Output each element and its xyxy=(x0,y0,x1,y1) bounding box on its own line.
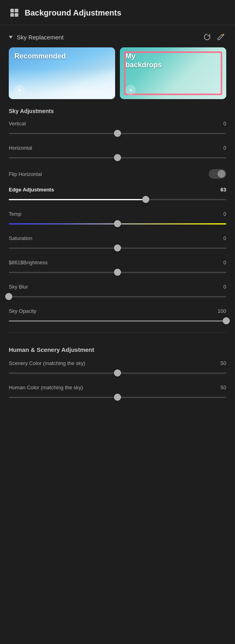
flip-horizontal-row: Flip Horizontal xyxy=(9,169,226,179)
human-color-slider-row: Human Color (matching the sky) 50 xyxy=(9,384,226,401)
brightness-label-row: $861$Brightness 0 xyxy=(9,260,226,265)
edge-track xyxy=(9,196,226,203)
horizontal-label-row: Horizontal 0 xyxy=(9,145,226,151)
human-color-label-row: Human Color (matching the sky) 50 xyxy=(9,384,226,390)
background-adjustments-panel: Background Adjustments Sky Replacement xyxy=(0,0,235,401)
scenery-color-label-row: Scenery Color (matching the sky) 50 xyxy=(9,360,226,366)
section-header-sky: Sky Replacement xyxy=(9,32,226,42)
section-divider xyxy=(9,332,226,333)
flip-horizontal-toggle[interactable] xyxy=(209,169,226,179)
human-scenery-section: Human & Scenery Adjustment Scenery Color… xyxy=(0,339,235,401)
cloud-decoration xyxy=(9,68,115,99)
saturation-track xyxy=(9,244,226,252)
horizontal-label: Horizontal xyxy=(9,145,32,151)
edge-bg xyxy=(9,199,226,200)
saturation-value: 0 xyxy=(223,235,226,241)
vertical-thumb[interactable] xyxy=(114,130,121,137)
vertical-value: 0 xyxy=(223,121,226,127)
temp-label-row: Temp 0 xyxy=(9,211,226,217)
edge-label-row: Edge Adjustments 63 xyxy=(9,187,226,193)
horizontal-slider-row: Horizontal 0 xyxy=(9,145,226,161)
toggle-knob xyxy=(217,170,225,178)
sky-opacity-track xyxy=(9,317,226,324)
chevron-down-icon[interactable] xyxy=(9,36,13,39)
horizontal-track xyxy=(9,154,226,161)
human-color-thumb[interactable] xyxy=(114,394,121,401)
scenery-color-label: Scenery Color (matching the sky) xyxy=(9,360,85,366)
my-backdrops-card[interactable]: Mybackdrops ▾ xyxy=(120,47,226,99)
saturation-slider-row: Saturation 0 xyxy=(9,235,226,252)
my-backdrops-label: Mybackdrops xyxy=(125,52,162,69)
saturation-label-row: Saturation 0 xyxy=(9,235,226,241)
sky-opacity-thumb[interactable] xyxy=(223,317,230,324)
brightness-bg xyxy=(9,272,226,273)
saturation-thumb[interactable] xyxy=(114,244,121,252)
flip-horizontal-label: Flip Horizontal xyxy=(9,171,42,177)
temp-slider-row: Temp 0 xyxy=(9,211,226,227)
edit-button[interactable] xyxy=(215,32,226,42)
my-backdrops-chevron[interactable]: ▾ xyxy=(125,85,136,95)
recommended-card[interactable]: Recommended ▾ xyxy=(9,47,115,99)
reset-button[interactable] xyxy=(202,32,213,42)
svg-rect-2 xyxy=(10,13,14,17)
sky-blur-track xyxy=(9,293,226,300)
sky-opacity-fill xyxy=(9,320,226,322)
brightness-slider-row: $861$Brightness 0 xyxy=(9,260,226,276)
sky-blur-value: 0 xyxy=(223,284,226,290)
icon-btn-group xyxy=(202,32,226,42)
sky-opacity-label-row: Sky Opacity 100 xyxy=(9,308,226,314)
temp-bg xyxy=(9,223,226,224)
brightness-track xyxy=(9,269,226,276)
panel-title: Background Adjustments xyxy=(25,8,121,18)
svg-rect-3 xyxy=(15,13,18,17)
vertical-bg xyxy=(9,133,226,134)
temp-track xyxy=(9,220,226,227)
sky-opacity-bg xyxy=(9,320,226,322)
scenery-color-value: 50 xyxy=(221,360,226,366)
temp-thumb[interactable] xyxy=(114,220,121,227)
section-header-left: Sky Replacement xyxy=(9,34,64,41)
human-color-label: Human Color (matching the sky) xyxy=(9,384,83,390)
sky-blur-thumb[interactable] xyxy=(5,293,12,300)
scenery-color-slider-row: Scenery Color (matching the sky) 50 xyxy=(9,360,226,377)
horizontal-thumb[interactable] xyxy=(114,154,121,161)
human-scenery-title: Human & Scenery Adjustment xyxy=(9,346,226,353)
svg-point-4 xyxy=(223,34,224,35)
sky-opacity-slider-row: Sky Opacity 100 xyxy=(9,308,226,324)
sky-replacement-label: Sky Replacement xyxy=(17,34,64,41)
brightness-label: $861$Brightness xyxy=(9,260,48,265)
sky-blur-label: Sky Blur xyxy=(9,284,28,290)
sky-blur-bg xyxy=(9,296,226,297)
brightness-thumb[interactable] xyxy=(114,269,121,276)
scenery-color-track xyxy=(9,369,226,377)
vertical-label-row: Vertical 0 xyxy=(9,121,226,127)
svg-rect-1 xyxy=(15,9,18,12)
saturation-label: Saturation xyxy=(9,235,32,241)
sky-blur-label-row: Sky Blur 0 xyxy=(9,284,226,290)
edge-thumb[interactable] xyxy=(142,196,149,203)
sky-opacity-value: 100 xyxy=(217,308,226,314)
human-color-value: 50 xyxy=(221,384,226,390)
vertical-slider-row: Vertical 0 xyxy=(9,121,226,137)
temp-label: Temp xyxy=(9,211,22,217)
edge-fill xyxy=(9,199,146,200)
sky-adjustments-title: Sky Adjustments xyxy=(9,108,226,114)
grid-icon xyxy=(9,7,20,18)
recommended-label: Recommended xyxy=(14,52,66,61)
vertical-track xyxy=(9,130,226,137)
temp-value: 0 xyxy=(223,211,226,217)
vertical-label: Vertical xyxy=(9,121,26,127)
human-color-bg xyxy=(9,397,226,398)
horizontal-value: 0 xyxy=(223,145,226,151)
edge-label: Edge Adjustments xyxy=(9,187,54,193)
edge-slider-row: Edge Adjustments 63 xyxy=(9,187,226,203)
sky-blur-slider-row: Sky Blur 0 xyxy=(9,284,226,300)
sky-opacity-label: Sky Opacity xyxy=(9,308,36,314)
scenery-color-thumb[interactable] xyxy=(114,369,121,377)
edge-value: 63 xyxy=(221,187,226,193)
sky-replacement-section: Sky Replacement xyxy=(0,25,235,324)
saturation-bg xyxy=(9,248,226,249)
svg-rect-0 xyxy=(10,9,14,12)
backdrop-row: Recommended ▾ Mybackdrops ▾ xyxy=(9,47,226,99)
recommended-chevron[interactable]: ▾ xyxy=(14,85,25,95)
